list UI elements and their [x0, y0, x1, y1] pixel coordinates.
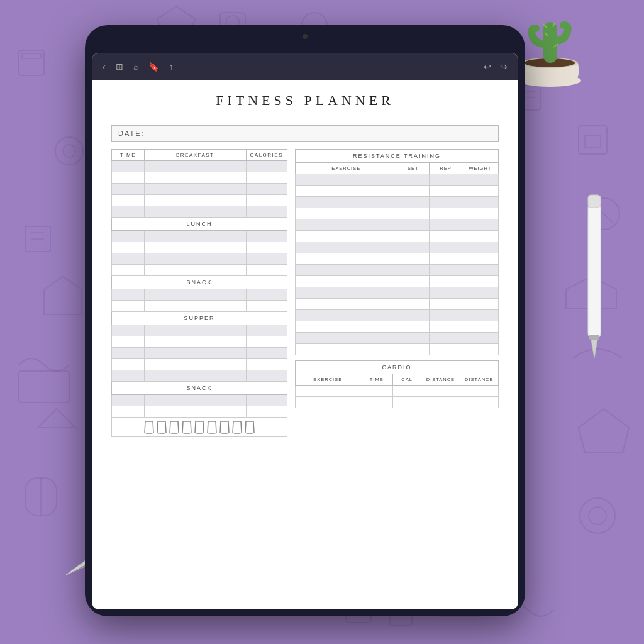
water-cup-5 [194, 420, 204, 434]
cardio-exercise-col: EXERCISE [296, 374, 360, 386]
date-bar[interactable]: DATE: [111, 125, 499, 142]
svg-rect-0 [19, 50, 44, 75]
supper-row-5[interactable] [112, 370, 287, 382]
rt-row-2b[interactable] [296, 208, 499, 219]
lunch-row-4[interactable] [112, 265, 287, 276]
cardio-header-row: CARDIO [296, 361, 499, 374]
rt-row-3b[interactable] [296, 231, 499, 242]
water-cup-8 [232, 420, 242, 434]
snack2-header-row: SNACK [112, 382, 287, 395]
bookmark-icon[interactable]: 🔖 [148, 62, 159, 72]
rt-row-8[interactable] [296, 333, 499, 344]
breakfast-row-3[interactable] [112, 184, 287, 195]
lunch-row-1[interactable] [112, 231, 287, 242]
tablet-camera [303, 34, 308, 39]
meals-column: TIME BREAKFAST CALORIES LUNCH [111, 149, 287, 437]
svg-rect-32 [588, 195, 601, 208]
svg-point-12 [580, 498, 615, 533]
back-icon[interactable]: ‹ [103, 62, 106, 72]
breakfast-header-row: TIME BREAKFAST CALORIES [112, 150, 287, 161]
training-column: RESISTANCE TRAINING EXERCISE SET REP WEI… [295, 149, 499, 437]
svg-point-3 [63, 145, 75, 157]
snack1-row-1[interactable] [112, 289, 287, 301]
snack1-row-2[interactable] [112, 301, 287, 312]
supper-row-3[interactable] [112, 348, 287, 359]
rt-row-4b[interactable] [296, 253, 499, 265]
rt-row-4[interactable] [296, 242, 499, 253]
rt-row-7[interactable] [296, 310, 499, 321]
rt-label: RESISTANCE TRAINING [296, 150, 499, 163]
title-divider-top [111, 113, 499, 113]
rt-row-3[interactable] [296, 219, 499, 231]
resistance-training-table: RESISTANCE TRAINING EXERCISE SET REP WEI… [295, 149, 499, 355]
rt-row-1b[interactable] [296, 186, 499, 197]
cardio-col-headers: EXERCISE TIME CAL DISTANCE DISTANCE [296, 374, 499, 386]
page-content: FITNESS PLANNER DATE: TIME BREAKFAST CAL… [92, 80, 518, 609]
rt-row-2[interactable] [296, 197, 499, 208]
cardio-time-col: TIME [360, 374, 393, 386]
breakfast-row-2[interactable] [112, 172, 287, 184]
breakfast-row-5[interactable] [112, 206, 287, 218]
water-tracker-row [112, 418, 287, 437]
rt-row-6[interactable] [296, 287, 499, 299]
lunch-label: LUNCH [112, 218, 287, 231]
rt-weight-col: WEIGHT [462, 163, 498, 174]
time-col-header: TIME [112, 150, 145, 161]
share-icon[interactable]: ↑ [169, 62, 174, 72]
cardio-row-1b[interactable] [296, 397, 499, 408]
supper-header-row: SUPPER [112, 312, 287, 325]
apple-pencil-decoration [586, 189, 603, 365]
water-cup-7 [219, 420, 230, 434]
search-icon[interactable]: ⌕ [133, 62, 138, 72]
page-title: FITNESS PLANNER [111, 92, 499, 109]
supper-row-1[interactable] [112, 325, 287, 336]
tablet-device: ‹ ⊞ ⌕ 🔖 ↑ ↩ ↪ FITNESS PLANNER DATE: [85, 25, 525, 616]
svg-point-2 [55, 137, 83, 165]
snack2-row-2[interactable] [112, 406, 287, 418]
svg-rect-6 [25, 478, 57, 516]
breakfast-label: BREAKFAST [145, 150, 247, 161]
water-cup-2 [157, 420, 167, 434]
lunch-row-2[interactable] [112, 242, 287, 253]
water-cup-1 [144, 420, 154, 434]
title-divider-bottom [111, 116, 499, 116]
tablet-toolbar: ‹ ⊞ ⌕ 🔖 ↑ ↩ ↪ [92, 53, 518, 80]
cardio-distance2-col: DISTANCE [460, 374, 498, 386]
grid-icon[interactable]: ⊞ [116, 62, 123, 72]
water-cup-4 [182, 420, 192, 434]
lunch-header-row: LUNCH [112, 218, 287, 231]
supper-label: SUPPER [112, 312, 287, 325]
snack1-label: SNACK [112, 276, 287, 289]
water-cup-6 [207, 420, 217, 434]
cardio-table: CARDIO EXERCISE TIME CAL DISTANCE DISTAN… [295, 360, 499, 408]
svg-marker-11 [579, 409, 629, 453]
rt-row-5[interactable] [296, 265, 499, 276]
cardio-cal-col: CAL [393, 374, 421, 386]
svg-rect-1 [22, 53, 41, 58]
snack2-label: SNACK [112, 382, 287, 395]
calories-col-header: CALORIES [246, 150, 287, 161]
rt-exercise-col: EXERCISE [296, 163, 397, 174]
snack1-header-row: SNACK [112, 276, 287, 289]
cardio-distance1-col: DISTANCE [421, 374, 460, 386]
cardio-section: CARDIO EXERCISE TIME CAL DISTANCE DISTAN… [295, 360, 499, 408]
main-content-columns: TIME BREAKFAST CALORIES LUNCH [111, 149, 499, 437]
rt-row-6b[interactable] [296, 299, 499, 310]
rt-row-7b[interactable] [296, 321, 499, 333]
svg-rect-31 [588, 201, 601, 340]
undo-icon[interactable]: ↩ [484, 62, 491, 72]
rt-row-8b[interactable] [296, 344, 499, 355]
supper-row-2[interactable] [112, 336, 287, 348]
redo-icon[interactable]: ↪ [500, 62, 508, 72]
breakfast-row-1[interactable] [112, 161, 287, 172]
snack2-row-1[interactable] [112, 395, 287, 406]
water-cup-9 [245, 420, 255, 434]
water-icons [114, 420, 284, 434]
lunch-row-3[interactable] [112, 253, 287, 265]
supper-row-4[interactable] [112, 359, 287, 370]
breakfast-row-4[interactable] [112, 195, 287, 206]
svg-marker-5 [38, 409, 75, 428]
rt-row-5b[interactable] [296, 276, 499, 287]
rt-row-1[interactable] [296, 174, 499, 186]
cardio-row-1[interactable] [296, 386, 499, 397]
